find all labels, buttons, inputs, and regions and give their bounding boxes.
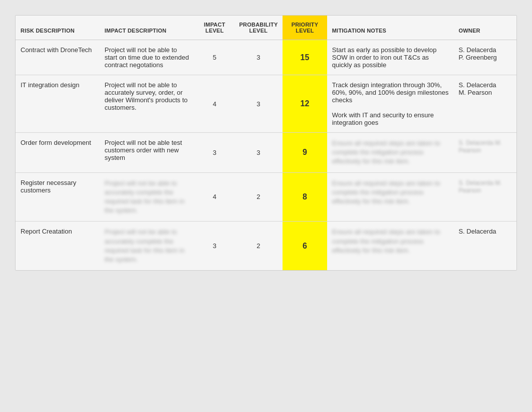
header-priority-level: PRIORITY LEVEL [283,16,327,40]
risk-description-cell: Contract with DroneTech [16,40,100,75]
table-row: Order form developmentProject will not b… [16,133,516,173]
probability-level-cell: 2 [234,172,283,222]
impact-level-cell: 4 [195,75,234,133]
probability-level-cell: 3 [234,40,283,75]
mitigation-notes-cell: Ensure all required steps are taken to c… [327,222,454,270]
impact-level-cell: 3 [195,222,234,270]
owner-cell: S. Delacerda M. Pearson [453,133,516,173]
header-mitigation: MITIGATION NOTES [327,16,454,40]
table-row: Register necessary customersProject will… [16,172,516,222]
priority-level-cell: 6 [283,222,327,270]
mitigation-notes-cell: Track design integration through 30%, 60… [327,75,454,133]
risk-table-wrapper: RISK DESCRIPTION IMPACT DESCRIPTION IMPA… [15,15,517,271]
header-owner: OWNER [453,16,516,40]
table-row: IT integration designProject will not be… [16,75,516,133]
header-risk-desc: RISK DESCRIPTION [16,16,100,40]
table-row: Report CreatationProject will not be abl… [16,222,516,270]
impact-level-cell: 3 [195,133,234,173]
owner-cell: S. Delacerda M. Pearson [453,172,516,222]
risk-description-cell: Order form development [16,133,100,173]
table-row: Contract with DroneTechProject will not … [16,40,516,75]
header-impact-desc: IMPACT DESCRIPTION [100,16,195,40]
impact-description-cell: Project will not be able to start on tim… [100,40,195,75]
impact-description-cell: Project will not be able to accurately s… [100,75,195,133]
risk-description-cell: IT integration design [16,75,100,133]
table-header-row: RISK DESCRIPTION IMPACT DESCRIPTION IMPA… [16,16,516,40]
mitigation-notes-cell: Ensure all required steps are taken to c… [327,172,454,222]
probability-level-cell: 3 [234,75,283,133]
header-impact-level: IMPACT LEVEL [195,16,234,40]
mitigation-notes-cell: Start as early as possible to develop SO… [327,40,454,75]
priority-level-cell: 12 [283,75,327,133]
impact-description-cell: Project will not be able test customers … [100,133,195,173]
mitigation-notes-cell: Ensure all required steps are taken to c… [327,133,454,173]
impact-description-cell: Project will not be able to accurately c… [100,172,195,222]
header-prob-level: PROBABILITY LEVEL [234,16,283,40]
risk-description-cell: Report Creatation [16,222,100,270]
owner-cell: S. DelacerdaM. Pearson [453,75,516,133]
priority-level-cell: 8 [283,172,327,222]
impact-level-cell: 4 [195,172,234,222]
owner-cell: S. DelacerdaP. Greenberg [453,40,516,75]
priority-level-cell: 15 [283,40,327,75]
probability-level-cell: 2 [234,222,283,270]
owner-cell: S. Delacerda [453,222,516,270]
risk-table: RISK DESCRIPTION IMPACT DESCRIPTION IMPA… [16,16,516,270]
probability-level-cell: 3 [234,133,283,173]
impact-level-cell: 5 [195,40,234,75]
risk-description-cell: Register necessary customers [16,172,100,222]
priority-level-cell: 9 [283,133,327,173]
table-body: Contract with DroneTechProject will not … [16,40,516,271]
impact-description-cell: Project will not be able to accurately c… [100,222,195,270]
